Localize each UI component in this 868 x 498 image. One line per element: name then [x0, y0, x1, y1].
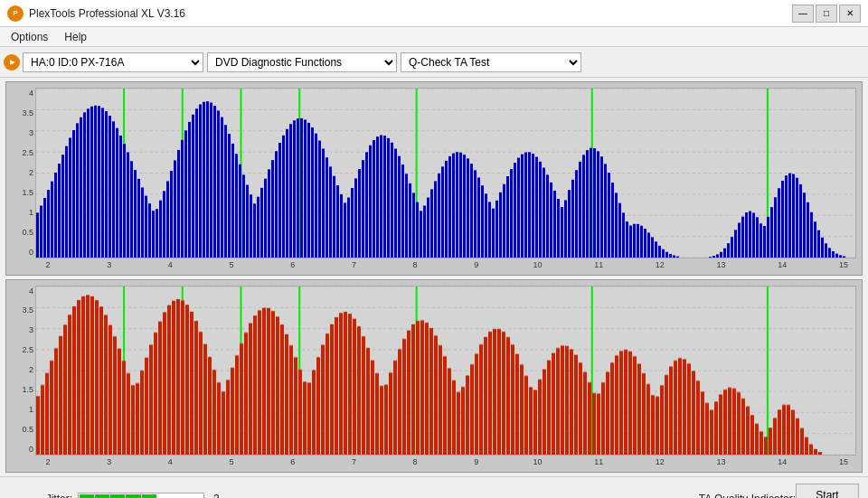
title-bar: P PlexTools Professional XL V3.16 — □ ✕ — [0, 0, 868, 27]
drive-select[interactable]: HA:0 ID:0 PX-716A — [23, 52, 203, 72]
top-chart-inner — [35, 88, 856, 258]
ta-quality-section: TA Quality Indicator: Good — [699, 493, 796, 499]
top-chart-canvas — [36, 89, 855, 258]
jitter-seg-2 — [95, 494, 109, 499]
drive-select-wrapper: HA:0 ID:0 PX-716A — [23, 52, 203, 72]
bottom-chart-x-axis: 2 3 4 5 6 7 8 9 10 11 12 13 14 15 — [35, 456, 856, 472]
bottom-left: Jitter: 3 Peak Shift: — [9, 493, 672, 499]
app-title: PlexTools Professional XL V3.16 — [29, 7, 185, 20]
minimize-button[interactable]: — — [792, 5, 814, 23]
menu-help[interactable]: Help — [57, 29, 94, 45]
menu-options[interactable]: Options — [4, 29, 55, 45]
top-chart-container: 4 3.5 3 2.5 2 1.5 1 0.5 0 2 3 4 5 6 7 8 … — [5, 81, 863, 276]
jitter-label: Jitter: — [9, 493, 72, 499]
start-button[interactable]: Start — [796, 484, 859, 499]
ta-quality-label: TA Quality Indicator: — [699, 493, 796, 499]
main-content: 4 3.5 3 2.5 2 1.5 1 0.5 0 2 3 4 5 6 7 8 … — [0, 78, 868, 476]
title-bar-controls: — □ ✕ — [792, 5, 861, 23]
top-chart-x-axis: 2 3 4 5 6 7 8 9 10 11 12 13 14 15 — [35, 258, 856, 275]
toolbar: ▶ HA:0 ID:0 PX-716A DVD Diagnostic Funct… — [0, 47, 868, 78]
function-select-wrapper: DVD Diagnostic Functions — [207, 52, 397, 72]
menu-bar: Options Help — [0, 27, 868, 47]
jitter-seg-4 — [126, 494, 140, 499]
close-button[interactable]: ✕ — [839, 5, 861, 23]
jitter-seg-6 — [157, 494, 172, 499]
bottom-chart-container: 4 3.5 3 2.5 2 1.5 1 0.5 0 2 3 4 5 6 7 8 … — [5, 279, 863, 474]
app-logo: P — [7, 5, 24, 22]
drive-selector-wrapper: ▶ HA:0 ID:0 PX-716A — [4, 52, 203, 72]
jitter-seg-8 — [188, 494, 203, 499]
jitter-seg-7 — [173, 494, 187, 499]
test-select-wrapper: Q-Check TA Test — [401, 52, 581, 72]
bottom-panel: Jitter: 3 Peak Shift: — [0, 476, 868, 498]
jitter-value: 3 — [213, 493, 220, 499]
jitter-bar — [78, 493, 204, 499]
start-btn-area: Start i — [796, 484, 859, 499]
title-bar-left: P PlexTools Professional XL V3.16 — [7, 5, 185, 22]
maximize-button[interactable]: □ — [816, 5, 837, 23]
function-select[interactable]: DVD Diagnostic Functions — [207, 52, 397, 72]
jitter-seg-1 — [80, 494, 94, 499]
bottom-chart-canvas — [36, 287, 855, 456]
top-chart-y-axis: 4 3.5 3 2.5 2 1.5 1 0.5 0 — [6, 88, 35, 258]
jitter-seg-3 — [110, 494, 125, 499]
test-select[interactable]: Q-Check TA Test — [401, 52, 581, 72]
bottom-chart-y-axis: 4 3.5 3 2.5 2 1.5 1 0.5 0 — [6, 286, 35, 456]
drive-icon: ▶ — [4, 54, 20, 70]
bottom-chart-inner — [35, 286, 856, 456]
jitter-seg-5 — [142, 494, 156, 499]
jitter-row: Jitter: 3 — [9, 493, 672, 499]
